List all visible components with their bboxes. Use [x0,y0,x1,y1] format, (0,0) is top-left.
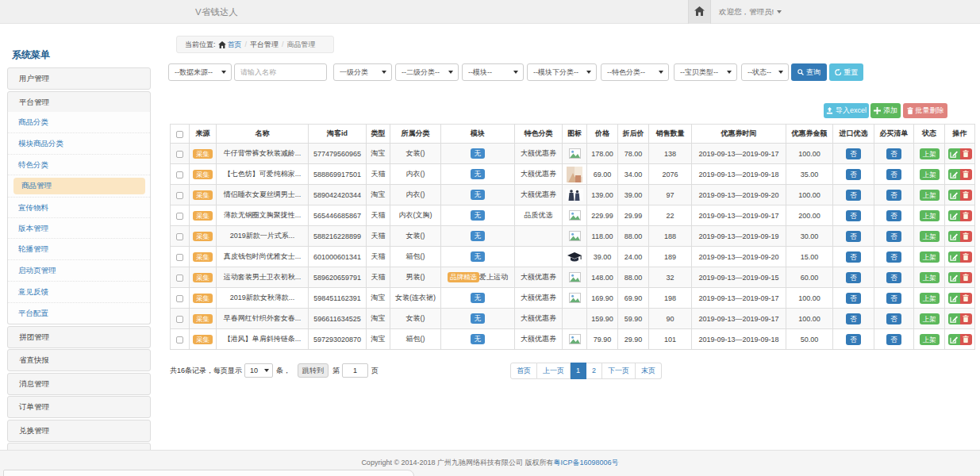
pager-item[interactable]: 上一页 [537,363,571,379]
filter-feature-select[interactable]: --特色分类-- [601,63,669,81]
pager-item[interactable]: 末页 [636,363,662,379]
delete-button[interactable] [960,210,972,221]
filter-status-select[interactable]: --状态-- [741,63,789,81]
sidebar-item-link[interactable]: 版本管理 [8,218,150,240]
row-checkbox[interactable] [176,336,183,344]
add-button[interactable]: 添加 [870,103,901,118]
status-toggle[interactable]: 上架 [920,169,940,180]
delete-button[interactable] [960,148,972,159]
must-buy-toggle[interactable]: 否 [886,231,901,242]
sidebar-item-link[interactable]: 平台配置 [8,303,150,324]
edit-button[interactable] [948,293,960,304]
imported-toggle[interactable]: 否 [846,190,861,201]
row-checkbox[interactable] [176,233,183,240]
sidebar-item-active[interactable]: 商品管理 [13,178,145,194]
status-toggle[interactable]: 上架 [920,272,940,283]
must-buy-toggle[interactable]: 否 [886,313,901,324]
row-checkbox[interactable] [176,151,183,158]
icp-link[interactable]: 粤ICP备16098006号 [554,459,619,466]
status-toggle[interactable]: 上架 [920,231,940,242]
home-nav-button[interactable] [688,0,711,24]
edit-button[interactable] [948,210,960,221]
edit-button[interactable] [948,190,960,201]
page-number-input[interactable] [342,363,368,378]
row-checkbox[interactable] [176,274,183,282]
filter-level1-select[interactable]: 一级分类 [333,63,392,81]
edit-button[interactable] [948,148,960,159]
sidebar-group-5[interactable]: 消息管理 [7,373,151,395]
sidebar-item-link[interactable]: 商品分类 [8,112,150,133]
filter-name-input[interactable] [234,63,327,81]
status-toggle[interactable]: 上架 [920,210,940,221]
sidebar-group-3[interactable]: 拼团管理 [7,326,151,348]
imported-toggle[interactable]: 否 [846,251,861,263]
filter-data-source-select[interactable]: --数据来源-- [168,63,232,81]
filter-module-select[interactable]: --模块-- [462,63,524,81]
delete-button[interactable] [960,272,972,283]
sidebar-item-link[interactable]: 宣传物料 [8,197,150,218]
status-toggle[interactable]: 上架 [920,148,940,159]
pager-item[interactable]: 1 [571,363,586,379]
row-checkbox[interactable] [176,254,183,261]
row-checkbox[interactable] [176,192,183,199]
reset-button[interactable]: 重置 [829,63,863,81]
jump-button[interactable]: 跳转到 [298,363,329,378]
delete-button[interactable] [960,169,972,180]
sidebar-group-7[interactable]: 兑换管理 [7,420,151,442]
imported-toggle[interactable]: 否 [846,169,861,180]
sidebar-item-link[interactable]: 特色分类 [8,155,150,176]
must-buy-toggle[interactable]: 否 [886,169,901,180]
filter-module-sub-select[interactable]: --模块下分类-- [527,63,597,81]
search-button[interactable]: 查询 [791,63,827,81]
status-toggle[interactable]: 上架 [920,251,940,263]
delete-button[interactable] [960,251,972,263]
sidebar-group-2[interactable]: 平台管理 [7,91,151,113]
status-toggle[interactable]: 上架 [920,313,940,324]
sidebar-group-1[interactable]: 用户管理 [7,67,151,90]
select-all-checkbox[interactable] [176,131,183,138]
must-buy-toggle[interactable]: 否 [886,334,901,345]
edit-button[interactable] [948,169,960,180]
bulk-delete-button[interactable]: 批量删除 [903,103,947,118]
must-buy-toggle[interactable]: 否 [886,190,901,201]
must-buy-toggle[interactable]: 否 [886,251,901,263]
imported-toggle[interactable]: 否 [846,231,861,242]
pager-item[interactable]: 2 [586,363,602,379]
sidebar-group-4[interactable]: 省直快报 [7,349,151,371]
sidebar-item-link[interactable]: 意见反馈 [8,282,150,303]
row-checkbox[interactable] [176,213,183,220]
edit-button[interactable] [948,231,960,242]
user-menu[interactable]: 欢迎您，管理员! [719,0,782,24]
imported-toggle[interactable]: 否 [846,313,861,324]
status-toggle[interactable]: 上架 [920,190,940,201]
imported-toggle[interactable]: 否 [846,272,861,283]
delete-button[interactable] [960,231,972,242]
delete-button[interactable] [960,313,972,324]
row-checkbox[interactable] [176,171,183,178]
imported-toggle[interactable]: 否 [846,148,861,159]
sidebar-item-link[interactable]: 启动页管理 [8,260,150,282]
filter-level2-select[interactable]: --二级分类-- [395,63,459,81]
import-excel-button[interactable]: 导入excel [824,103,869,118]
sidebar-group-6[interactable]: 订单管理 [7,396,151,418]
sidebar-item-link[interactable]: 模块商品分类 [8,133,150,155]
edit-button[interactable] [948,272,960,283]
filter-item-type-select[interactable]: --宝贝类型-- [674,63,737,81]
edit-button[interactable] [948,334,960,345]
row-checkbox[interactable] [176,295,183,302]
page-size-select[interactable]: 10 [244,363,273,378]
imported-toggle[interactable]: 否 [846,334,861,345]
delete-button[interactable] [960,190,972,201]
breadcrumb-home-link[interactable]: 首页 [228,40,242,48]
pager-item[interactable]: 下一页 [602,363,636,379]
pager-item[interactable]: 首页 [510,363,537,379]
edit-button[interactable] [948,313,960,324]
edit-button[interactable] [948,251,960,263]
must-buy-toggle[interactable]: 否 [886,210,901,221]
status-toggle[interactable]: 上架 [920,293,940,304]
sidebar-item-link[interactable]: 轮播管理 [8,239,150,260]
row-checkbox[interactable] [176,316,183,323]
imported-toggle[interactable]: 否 [846,210,861,221]
delete-button[interactable] [960,293,972,304]
must-buy-toggle[interactable]: 否 [886,272,901,283]
